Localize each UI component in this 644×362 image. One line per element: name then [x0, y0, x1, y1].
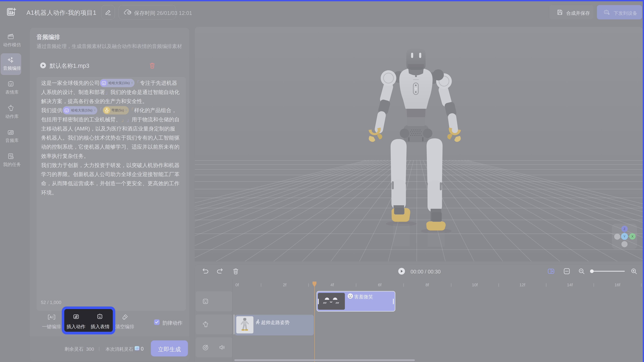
svg-text:Z: Z [624, 227, 625, 231]
svg-text:Y: Y [624, 235, 626, 238]
svg-text:X: X [632, 235, 634, 238]
